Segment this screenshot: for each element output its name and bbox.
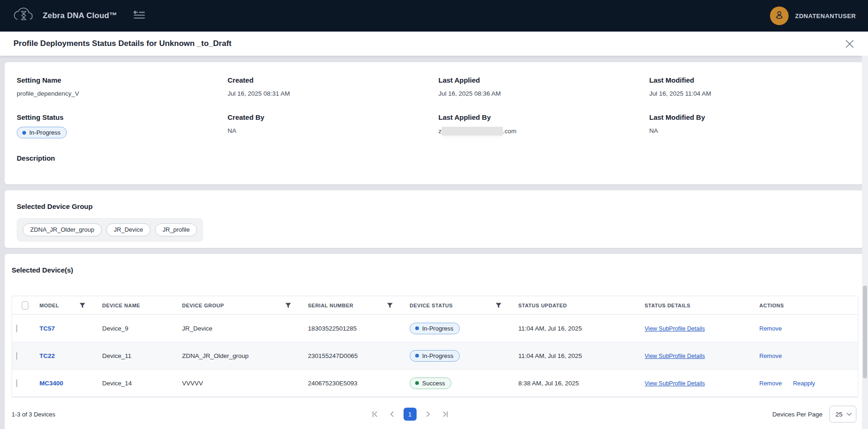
vertical-scrollbar [862,56,868,429]
model-link[interactable]: TC57 [39,325,55,332]
reapply-link[interactable]: Reapply [793,380,815,387]
column-header-serial-number: SERIAL NUMBER [302,303,404,308]
model-link[interactable]: TC22 [39,352,55,359]
device-name-cell: Device_9 [97,325,176,332]
last-modified-label: Last Modified [649,76,851,84]
user-menu[interactable]: ZDNATENANTUSER [770,6,856,25]
table-row: TC57 Device_9 JR_Device 18303522501285 I… [12,315,858,342]
per-page-select[interactable]: 25 [829,406,856,422]
last-page-icon [442,410,449,418]
selected-devices-panel: Selected Device(s) MODEL DEVICE NAME DEV… [5,254,863,429]
column-header-actions: ACTIONS [754,303,858,308]
last-page-button[interactable] [440,409,451,420]
column-header-status-details: STATUS DETAILS [639,303,754,308]
table-row: MC3400 Device_14 VVVVV 240675230E5093 Su… [12,370,858,397]
close-button[interactable] [843,38,856,50]
setting-name-label: Setting Name [17,76,228,84]
status-dot-icon [415,326,419,330]
serial-number-cell: 18303522501285 [302,325,404,332]
table-row: TC22 Device_11 ZDNA_JR_Older_group 23015… [12,342,858,370]
device-group-chip: ZDNA_JR_Older_group [23,223,102,236]
filter-icon[interactable] [79,303,85,308]
created-by-value: NA [228,127,438,135]
last-modified-by-label: Last Modified By [649,113,851,122]
view-subprofile-details-link[interactable]: View SubProfile Details [645,353,705,359]
device-group-chip: JR_Device [106,223,150,236]
row-checkbox[interactable] [16,379,17,387]
first-page-icon [371,410,379,418]
field-created-by: Created By NA [228,113,438,138]
remove-link[interactable]: Remove [759,325,782,332]
cloud-dna-icon [12,5,35,26]
scrollbar-thumb[interactable] [863,286,867,378]
collapse-menu-button[interactable] [131,9,147,23]
username-label: ZDNATENANTUSER [795,13,856,20]
setting-name-value: profile_dependency_V [17,90,228,98]
redacted-text [442,127,503,136]
last-applied-label: Last Applied [438,76,649,84]
status-updated-cell: 11:04 AM, Jul 16, 2025 [513,352,639,359]
description-label: Description [17,154,228,162]
created-label: Created [228,76,438,84]
serial-number-cell: 230155247D0065 [302,352,404,359]
row-checkbox[interactable] [16,352,17,360]
current-page-button[interactable]: 1 [404,408,417,421]
last-modified-value: Jul 16, 2025 11:04 AM [649,90,851,98]
next-page-button[interactable] [423,409,434,420]
row-checkbox[interactable] [16,325,17,332]
serial-number-cell: 240675230E5093 [302,380,404,387]
previous-page-button[interactable] [386,409,398,420]
remove-link[interactable]: Remove [759,380,782,387]
column-header-device-group: DEVICE GROUP [176,303,302,308]
close-icon [845,39,854,48]
device-group-chip-list: ZDNA_JR_Older_group JR_Device JR_profile [17,218,203,241]
modal-title-bar: Profile Deployments Status Details for U… [0,32,868,56]
filter-icon[interactable] [496,303,502,308]
modal-body: Setting Name profile_dependency_V Create… [0,56,868,429]
view-subprofile-details-link[interactable]: View SubProfile Details [645,325,705,332]
table-footer: 1-3 of 3 Devices 1 Devices Per Page [5,397,863,429]
created-value: Jul 16, 2025 08:31 AM [228,90,438,98]
setting-status-label: Setting Status [17,113,228,122]
avatar [770,6,789,25]
menu-outdent-icon [133,11,145,21]
field-setting-status: Setting Status In-Progress [17,113,228,138]
model-link[interactable]: MC3400 [39,380,63,387]
devices-count-label: 1-3 of 3 Devices [12,411,55,418]
select-all-checkbox[interactable] [22,301,28,310]
column-header-device-status: DEVICE STATUS [404,303,513,308]
deployment-info-panel: Setting Name profile_dependency_V Create… [5,62,863,184]
devices-per-page-label: Devices Per Page [772,411,822,418]
selected-devices-title: Selected Device(s) [5,266,863,274]
remove-link[interactable]: Remove [759,352,782,359]
field-created: Created Jul 16, 2025 08:31 AM [228,76,438,98]
field-last-applied-by: Last Applied By z.com [438,113,649,138]
field-last-applied: Last Applied Jul 16, 2025 08:36 AM [438,76,649,98]
devices-table: MODEL DEVICE NAME DEVICE GROUP SERIAL NU… [12,296,858,397]
device-status-badge: Success [410,377,451,389]
device-name-cell: Device_14 [97,380,176,387]
devices-per-page-control: Devices Per Page 25 [772,406,856,422]
setting-status-value: In-Progress [29,129,60,136]
app-title: Zebra DNA Cloud™ [43,11,117,20]
status-dot-icon [22,131,26,135]
view-subprofile-details-link[interactable]: View SubProfile Details [645,380,705,387]
first-page-button[interactable] [369,409,380,420]
field-setting-name: Setting Name profile_dependency_V [17,76,228,98]
last-applied-by-value: z.com [438,127,649,136]
filter-icon[interactable] [285,303,291,308]
device-status-badge: In-Progress [410,350,460,362]
status-updated-cell: 8:38 AM, Jul 16, 2025 [513,380,639,387]
column-header-device-name: DEVICE NAME [97,303,176,308]
status-dot-icon [415,381,419,385]
device-group-cell: ZDNA_JR_Older_group [176,352,302,359]
device-group-cell: JR_Device [176,325,302,332]
column-header-status-updated: STATUS UPDATED [513,303,639,308]
field-description: Description [17,154,228,168]
filter-icon[interactable] [387,303,393,308]
person-icon [774,9,785,22]
chevron-right-icon [425,410,431,418]
device-status-badge: In-Progress [410,323,460,334]
device-name-cell: Device_11 [97,352,176,359]
top-app-bar: Zebra DNA Cloud™ ZDNATENANTUSER [0,0,868,32]
